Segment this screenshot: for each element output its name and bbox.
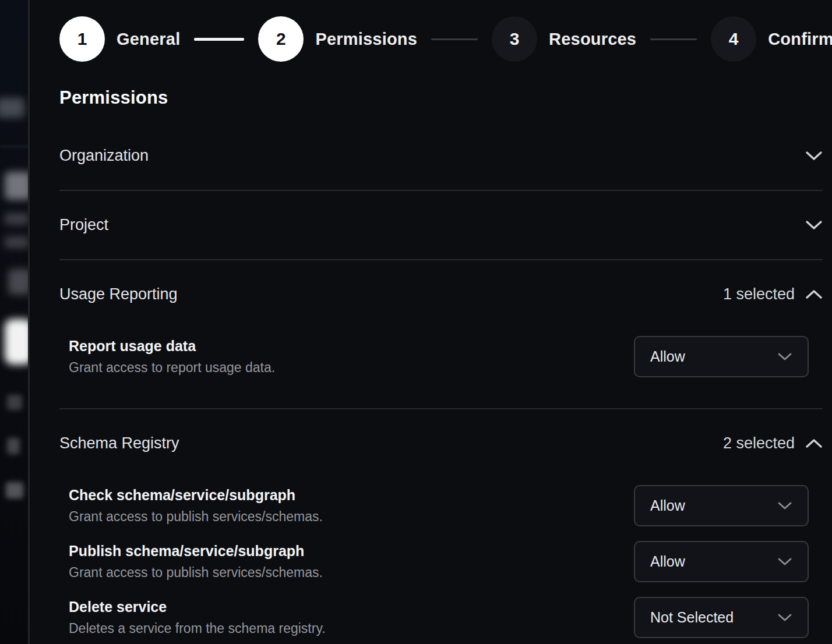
section-usage-reporting-header[interactable]: Usage Reporting 1 selected xyxy=(59,260,823,328)
permission-description: Grant access to report usage data. xyxy=(69,360,275,376)
permission-row-delete-service: Delete service Deletes a service from th… xyxy=(59,597,823,638)
permission-info: Check schema/service/subgraph Grant acce… xyxy=(69,487,323,525)
publish-schema-select[interactable]: Allow xyxy=(634,541,809,582)
permission-info: Report usage data Grant access to report… xyxy=(69,338,275,376)
section-organization: Organization xyxy=(59,122,823,191)
step-permissions-number: 2 xyxy=(258,16,304,62)
stepper-connector xyxy=(431,38,478,40)
permission-row-publish-schema: Publish schema/service/subgraph Grant ac… xyxy=(59,541,823,582)
blurred-content xyxy=(5,172,30,200)
step-resources-label: Resources xyxy=(549,30,636,49)
permission-rows: Report usage data Grant access to report… xyxy=(59,336,823,408)
select-value: Not Selected xyxy=(650,609,734,626)
background-app-blurred-strip xyxy=(0,0,30,644)
wizard-stepper: 1 General 2 Permissions 3 Resources 4 Co… xyxy=(59,16,823,62)
page-title: Permissions xyxy=(59,87,823,108)
chevron-up-icon xyxy=(805,289,823,299)
permission-row-check-schema: Check schema/service/subgraph Grant acce… xyxy=(59,485,823,526)
selected-count-badge: 1 selected xyxy=(723,285,795,303)
section-title: Project xyxy=(59,216,108,234)
permission-info: Delete service Deletes a service from th… xyxy=(69,599,326,636)
report-usage-data-select[interactable]: Allow xyxy=(634,336,809,377)
blurred-content xyxy=(0,146,30,147)
select-value: Allow xyxy=(650,348,685,365)
blurred-content xyxy=(5,213,29,225)
selected-count-badge: 2 selected xyxy=(723,434,795,452)
section-schema-registry-header[interactable]: Schema Registry 2 selected xyxy=(59,409,823,477)
permission-info: Publish schema/service/subgraph Grant ac… xyxy=(69,543,323,581)
permission-row-report-usage-data: Report usage data Grant access to report… xyxy=(59,336,823,377)
permission-title: Publish schema/service/subgraph xyxy=(69,543,323,560)
step-resources[interactable]: 3 Resources xyxy=(492,16,636,62)
permission-title: Report usage data xyxy=(69,338,275,355)
chevron-up-icon xyxy=(805,438,823,448)
wizard-panel: 1 General 2 Permissions 3 Resources 4 Co… xyxy=(31,0,832,644)
permission-description: Grant access to publish services/schemas… xyxy=(69,565,323,581)
stepper-connector-active xyxy=(194,38,244,41)
section-organization-header[interactable]: Organization xyxy=(59,122,823,190)
permission-description: Deletes a service from the schema regist… xyxy=(69,621,326,636)
blurred-content xyxy=(5,319,30,365)
select-value: Allow xyxy=(650,553,685,570)
chevron-down-icon xyxy=(805,220,823,230)
chevron-down-icon xyxy=(777,613,792,622)
step-general[interactable]: 1 General xyxy=(59,16,180,62)
section-usage-reporting: Usage Reporting 1 selected Report usage … xyxy=(59,260,823,409)
select-value: Allow xyxy=(650,497,685,514)
permission-description: Grant access to publish services/schemas… xyxy=(69,509,323,525)
blurred-content xyxy=(6,482,23,498)
chevron-down-icon xyxy=(805,151,823,161)
step-confirm[interactable]: 4 Confirm xyxy=(711,16,832,62)
blurred-content xyxy=(7,438,20,454)
step-confirm-number: 4 xyxy=(711,16,756,62)
permission-title: Check schema/service/subgraph xyxy=(69,487,323,504)
section-project-header[interactable]: Project xyxy=(59,191,823,259)
section-meta: 2 selected xyxy=(723,434,823,452)
blurred-content xyxy=(5,236,29,248)
section-meta: 1 selected xyxy=(723,285,823,303)
section-title: Usage Reporting xyxy=(59,285,178,303)
chevron-down-icon xyxy=(777,501,792,510)
permission-rows: Check schema/service/subgraph Grant acce… xyxy=(59,485,823,644)
check-schema-select[interactable]: Allow xyxy=(634,485,809,526)
step-general-label: General xyxy=(117,30,180,49)
section-title: Schema Registry xyxy=(59,434,179,452)
section-meta xyxy=(805,220,823,230)
permission-sections: Organization Project xyxy=(59,122,823,644)
step-resources-number: 3 xyxy=(492,16,537,62)
step-permissions[interactable]: 2 Permissions xyxy=(258,16,417,62)
section-schema-registry: Schema Registry 2 selected Check schema/… xyxy=(59,409,823,644)
step-confirm-label: Confirm xyxy=(768,30,832,49)
blurred-content xyxy=(0,98,24,118)
section-title: Organization xyxy=(59,147,149,165)
stepper-connector xyxy=(650,38,697,40)
section-project: Project xyxy=(59,191,823,260)
blurred-content xyxy=(8,269,30,295)
step-permissions-label: Permissions xyxy=(315,30,417,49)
chevron-down-icon xyxy=(777,557,792,566)
permission-title: Delete service xyxy=(69,599,326,615)
delete-service-select[interactable]: Not Selected xyxy=(634,597,809,638)
section-meta xyxy=(805,151,823,161)
blurred-content xyxy=(7,395,22,410)
step-general-number: 1 xyxy=(59,16,105,62)
chevron-down-icon xyxy=(777,352,792,361)
